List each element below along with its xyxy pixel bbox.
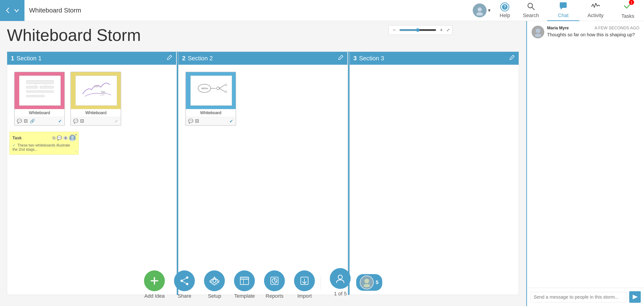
whiteboard-sketch-yellow: Tips —— Type xyxy=(76,76,117,106)
svg-point-49 xyxy=(535,34,541,37)
template-icon xyxy=(234,270,255,291)
section-2-content: define Wh xyxy=(178,65,348,180)
card-link-icon[interactable]: 🔗 xyxy=(30,118,35,124)
task-layers-icon[interactable]: ⧉ xyxy=(52,136,56,140)
task-badge: 0 xyxy=(63,136,68,140)
participant-avatar-online xyxy=(360,275,374,289)
card-blue-actions: 💬 🖼 ✔ xyxy=(186,117,236,125)
chat-label: Chat xyxy=(558,13,568,19)
svg-text:——: —— xyxy=(100,94,104,96)
card-comment-icon-3[interactable]: 💬 xyxy=(188,118,193,124)
task-title: Task xyxy=(12,136,22,140)
template-button[interactable]: Template xyxy=(230,268,260,301)
participants-toggle[interactable]: 5 xyxy=(356,274,382,291)
svg-text:define: define xyxy=(201,87,208,90)
task-resize-handle[interactable]: ⤡ xyxy=(74,149,78,154)
setup-button[interactable]: Setup xyxy=(200,268,230,301)
chat-input[interactable] xyxy=(530,292,627,302)
zoom-out-button[interactable]: − xyxy=(391,27,398,33)
section-3-edit-icon[interactable] xyxy=(509,55,515,62)
section-2-title: Section 2 xyxy=(188,55,336,62)
whiteboard-sketch-blue: define xyxy=(190,76,232,106)
task-card-header: Task ⧉ 💬 0 xyxy=(12,135,76,141)
svg-point-22 xyxy=(217,87,220,90)
svg-line-32 xyxy=(182,277,187,281)
avatar xyxy=(473,4,486,17)
card-whiteboard-pink[interactable]: Whiteboard 💬 🖼 🔗 ✔ xyxy=(14,72,65,126)
card-comment-icon-2[interactable]: 💬 xyxy=(73,118,78,124)
participants-count: 1 of 5 xyxy=(334,291,347,297)
dropdown-button[interactable] xyxy=(14,7,20,14)
task-comment-icon[interactable]: 💬 xyxy=(57,135,62,140)
section-2-header: 2 Section 2 xyxy=(178,52,348,65)
section-2-edit-icon[interactable] xyxy=(338,55,344,62)
import-button[interactable]: Import xyxy=(290,268,320,301)
setup-icon xyxy=(204,270,225,291)
user-avatar-button[interactable]: ▾ xyxy=(468,0,495,21)
svg-text:?: ? xyxy=(504,5,506,9)
task-collapse[interactable]: ▲ xyxy=(70,133,74,136)
svg-text:Tips: Tips xyxy=(101,91,106,93)
chat-timestamp: A FEW SECONDS AGO xyxy=(594,26,640,31)
svg-text:Type: Type xyxy=(94,85,99,88)
card-whiteboard-blue[interactable]: define Wh xyxy=(185,72,236,126)
sections-container: 1 Section 1 xyxy=(0,49,526,297)
card-image-icon[interactable]: 🖼 xyxy=(24,119,28,124)
card-image-icon-3[interactable]: 🖼 xyxy=(195,119,199,124)
svg-rect-36 xyxy=(240,277,248,279)
section-1-edit-icon[interactable] xyxy=(166,55,172,62)
help-button[interactable]: ? Help xyxy=(495,2,515,19)
search-label: Search xyxy=(523,13,539,19)
section-2: 2 Section 2 xyxy=(178,52,348,295)
card-pink-label: Whiteboard xyxy=(14,109,64,117)
participants-button[interactable]: 1 of 5 xyxy=(326,266,354,299)
share-label: Share xyxy=(178,293,191,299)
task-expand[interactable]: ▼ xyxy=(74,133,78,136)
svg-rect-9 xyxy=(40,86,54,88)
template-label: Template xyxy=(234,293,255,299)
svg-rect-10 xyxy=(26,91,54,92)
tasks-label: Tasks xyxy=(622,13,634,19)
chat-input-area xyxy=(527,288,644,306)
setup-label: Setup xyxy=(208,293,221,299)
zoom-bar: − + ⤢ xyxy=(388,25,452,35)
card-whiteboard-yellow[interactable]: Tips —— Type Whiteboard 💬 🖼 ✔ xyxy=(70,72,121,126)
card-comment-icon[interactable]: 💬 xyxy=(17,118,22,124)
card-check-icon-2[interactable]: ✔ xyxy=(114,118,118,124)
chat-nav-item[interactable]: Chat xyxy=(547,0,579,21)
chat-panel: Maria Myre A FEW SECONDS AGO Thoughts so… xyxy=(526,21,644,306)
card-image-icon-2[interactable]: 🖼 xyxy=(80,119,84,124)
activity-nav-item[interactable]: Activity xyxy=(579,0,612,21)
search-nav-item[interactable]: Search xyxy=(515,0,547,21)
chat-send-button[interactable] xyxy=(629,291,641,303)
card-check-icon-3[interactable]: ✔ xyxy=(230,118,233,124)
card-preview-pink xyxy=(14,72,65,109)
zoom-expand-icon[interactable]: ⤢ xyxy=(446,28,450,33)
tasks-nav-item[interactable]: 1 Tasks xyxy=(612,0,644,21)
task-check-icon: ✓ xyxy=(12,143,16,147)
add-idea-button[interactable]: Add Idea xyxy=(140,268,170,301)
zoom-in-button[interactable]: + xyxy=(438,27,444,33)
share-button[interactable]: Share xyxy=(170,268,200,301)
add-idea-label: Add Idea xyxy=(144,293,164,299)
zoom-slider[interactable] xyxy=(399,28,436,32)
svg-point-25 xyxy=(225,84,227,86)
card-pink-actions: 💬 🖼 🔗 ✔ xyxy=(14,117,64,125)
avatar-dropdown[interactable]: ▾ xyxy=(488,8,490,14)
tasks-badge: 1 xyxy=(629,0,634,5)
card-preview-yellow: Tips —— Type xyxy=(71,72,121,109)
canvas-area: Whiteboard Storm − + ⤢ 1 Section 1 xyxy=(0,21,526,306)
svg-line-6 xyxy=(532,8,534,10)
svg-point-18 xyxy=(70,139,74,141)
card-check-icon[interactable]: ✔ xyxy=(58,118,62,124)
reports-button[interactable]: Reports xyxy=(260,268,290,301)
bottom-toolbar: Add Idea Share xyxy=(0,263,526,306)
section-3: 3 Section 3 xyxy=(350,52,519,295)
back-button[interactable] xyxy=(4,7,11,14)
svg-point-1 xyxy=(476,12,483,16)
chat-bubble: Maria Myre A FEW SECONDS AGO Thoughts so… xyxy=(547,26,640,38)
svg-point-34 xyxy=(213,279,216,282)
svg-rect-7 xyxy=(26,80,54,84)
participants-group: 1 of 5 5 xyxy=(322,263,387,301)
svg-line-33 xyxy=(182,281,187,284)
